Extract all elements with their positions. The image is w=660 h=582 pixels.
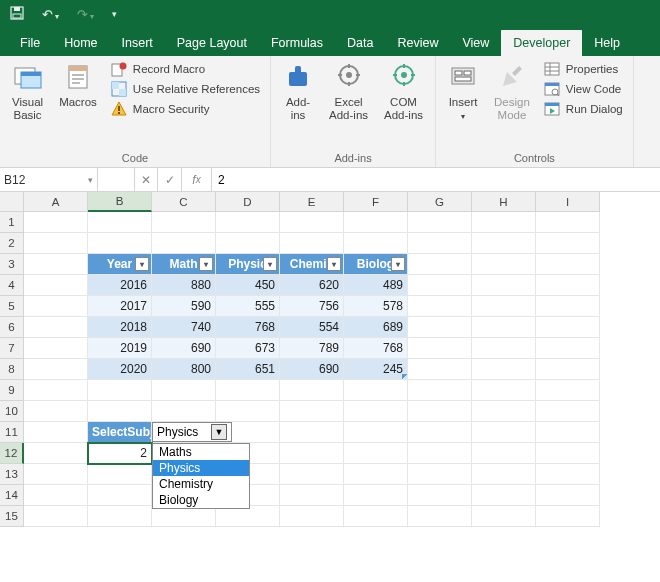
cell[interactable]: [344, 212, 408, 233]
enter-formula-icon[interactable]: ✓: [158, 168, 182, 191]
cell[interactable]: [152, 506, 216, 527]
rowhead-1[interactable]: 1: [0, 212, 24, 233]
cell[interactable]: [344, 485, 408, 506]
cell[interactable]: 880: [152, 275, 216, 296]
cell[interactable]: [24, 275, 88, 296]
combobox-option[interactable]: Biology: [153, 492, 249, 508]
cell[interactable]: [408, 506, 472, 527]
cell[interactable]: [88, 212, 152, 233]
cell[interactable]: [536, 254, 600, 275]
cell[interactable]: [152, 212, 216, 233]
combobox-option[interactable]: Maths: [153, 444, 249, 460]
properties-button[interactable]: Properties: [540, 60, 627, 78]
cell[interactable]: [88, 506, 152, 527]
fx-icon[interactable]: fx: [182, 168, 212, 191]
cell[interactable]: [152, 380, 216, 401]
run-dialog-button[interactable]: Run Dialog: [540, 100, 627, 118]
record-macro-button[interactable]: Record Macro: [107, 60, 264, 78]
cell[interactable]: 489: [344, 275, 408, 296]
cell[interactable]: 673: [216, 338, 280, 359]
cell[interactable]: 2018: [88, 317, 152, 338]
cell[interactable]: [408, 317, 472, 338]
cell[interactable]: [408, 401, 472, 422]
addins-button[interactable]: Add- ins: [277, 60, 319, 124]
tab-insert[interactable]: Insert: [110, 30, 165, 56]
cell[interactable]: [216, 212, 280, 233]
cell[interactable]: [344, 506, 408, 527]
cell[interactable]: [152, 401, 216, 422]
cell[interactable]: [408, 296, 472, 317]
cell[interactable]: [344, 422, 408, 443]
rowhead-13[interactable]: 13: [0, 464, 24, 485]
undo-icon[interactable]: ↶▾: [38, 7, 63, 22]
cell[interactable]: [88, 401, 152, 422]
colhead-f[interactable]: F: [344, 192, 408, 212]
cell[interactable]: [24, 464, 88, 485]
cell[interactable]: [88, 485, 152, 506]
cell[interactable]: [280, 443, 344, 464]
filter-icon[interactable]: ▾: [199, 257, 213, 271]
macros-button[interactable]: Macros: [53, 60, 103, 111]
rowhead-3[interactable]: 3: [0, 254, 24, 275]
combobox-option[interactable]: Physics: [153, 460, 249, 476]
cell[interactable]: [88, 464, 152, 485]
cell[interactable]: [344, 443, 408, 464]
cell[interactable]: [152, 233, 216, 254]
cell[interactable]: 2: [88, 443, 152, 464]
formula-bar[interactable]: 2: [212, 168, 660, 191]
cell[interactable]: [280, 464, 344, 485]
rowhead-6[interactable]: 6: [0, 317, 24, 338]
cell[interactable]: [472, 254, 536, 275]
cell[interactable]: [88, 233, 152, 254]
cell[interactable]: [216, 380, 280, 401]
cell[interactable]: [280, 485, 344, 506]
cell[interactable]: [472, 401, 536, 422]
cell[interactable]: [536, 233, 600, 254]
tab-page-layout[interactable]: Page Layout: [165, 30, 259, 56]
cell[interactable]: [472, 338, 536, 359]
cell[interactable]: 578: [344, 296, 408, 317]
cell[interactable]: 690: [280, 359, 344, 380]
tab-developer[interactable]: Developer: [501, 30, 582, 56]
cell[interactable]: [344, 233, 408, 254]
filter-icon[interactable]: ▾: [135, 257, 149, 271]
cell[interactable]: 620: [280, 275, 344, 296]
use-relative-references-button[interactable]: Use Relative References: [107, 80, 264, 98]
cell[interactable]: [216, 506, 280, 527]
cell[interactable]: [536, 464, 600, 485]
colhead-g[interactable]: G: [408, 192, 472, 212]
com-addins-button[interactable]: COM Add-ins: [378, 60, 429, 124]
cell[interactable]: [280, 380, 344, 401]
tab-view[interactable]: View: [450, 30, 501, 56]
customize-qat-icon[interactable]: ▾: [108, 9, 121, 19]
cell[interactable]: [472, 296, 536, 317]
cell[interactable]: [24, 212, 88, 233]
cell[interactable]: 756: [280, 296, 344, 317]
cell[interactable]: [472, 275, 536, 296]
design-mode-button[interactable]: Design Mode: [488, 60, 536, 124]
cell[interactable]: Chemis▾: [280, 254, 344, 275]
chevron-down-icon[interactable]: ▾: [88, 175, 93, 185]
cell[interactable]: [408, 422, 472, 443]
cell[interactable]: [280, 233, 344, 254]
cell[interactable]: [408, 338, 472, 359]
cell[interactable]: Year▾: [88, 254, 152, 275]
cell[interactable]: [408, 443, 472, 464]
filter-icon[interactable]: ▾: [263, 257, 277, 271]
save-icon[interactable]: [6, 6, 28, 23]
cell[interactable]: [344, 380, 408, 401]
cell[interactable]: [472, 317, 536, 338]
tab-formulas[interactable]: Formulas: [259, 30, 335, 56]
cell[interactable]: [536, 296, 600, 317]
cell[interactable]: [24, 401, 88, 422]
cell[interactable]: SelectSubj: [88, 422, 152, 443]
cell[interactable]: [408, 275, 472, 296]
name-box-input[interactable]: [4, 173, 74, 187]
cell[interactable]: [472, 212, 536, 233]
cell[interactable]: Biolog▾: [344, 254, 408, 275]
tab-data[interactable]: Data: [335, 30, 385, 56]
select-all-corner[interactable]: [0, 192, 24, 212]
cell[interactable]: Physic▾: [216, 254, 280, 275]
cell[interactable]: 651: [216, 359, 280, 380]
rowhead-14[interactable]: 14: [0, 485, 24, 506]
